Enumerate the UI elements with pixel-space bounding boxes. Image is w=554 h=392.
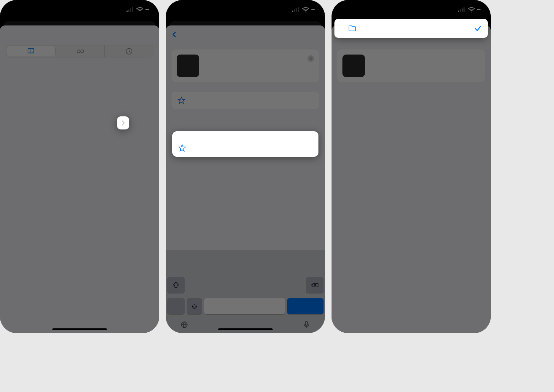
check-icon xyxy=(474,24,482,32)
highlight-location[interactable] xyxy=(172,131,318,157)
location-row[interactable] xyxy=(172,92,319,109)
keyboard-done-key[interactable] xyxy=(287,298,324,314)
wifi-icon xyxy=(136,6,143,13)
chevron-right-icon xyxy=(119,119,127,127)
battery-level xyxy=(477,9,481,10)
battery-level xyxy=(145,9,149,10)
battery-level xyxy=(311,9,315,10)
section-label xyxy=(172,131,318,139)
mic-icon[interactable] xyxy=(302,320,310,329)
wifi-icon xyxy=(302,6,309,13)
home-indicator xyxy=(218,328,273,330)
status-bar xyxy=(332,0,491,19)
backspace-key[interactable] xyxy=(306,277,324,293)
phone-screen-3 xyxy=(332,0,491,333)
location-list xyxy=(172,92,319,109)
emoji-key[interactable]: ☺ xyxy=(187,298,202,314)
bookmark-thumb xyxy=(342,55,365,77)
star-icon xyxy=(177,96,186,104)
bookmark-thumb xyxy=(177,55,199,77)
highlight-edit-chevron[interactable] xyxy=(117,116,129,129)
keyboard[interactable]: ☺ xyxy=(166,250,325,333)
bookmarks-tabs[interactable] xyxy=(6,45,153,57)
phone-screen-1 xyxy=(0,0,159,333)
bookmark-card: ✕ xyxy=(172,49,319,82)
shift-key[interactable] xyxy=(167,277,185,293)
highlight-releases-row[interactable] xyxy=(334,19,488,38)
numbers-key[interactable] xyxy=(167,298,185,314)
nav-bar xyxy=(0,25,159,44)
tab-history[interactable] xyxy=(105,45,153,57)
clear-button[interactable]: ✕ xyxy=(308,55,314,62)
star-icon xyxy=(178,144,187,152)
signal-icon xyxy=(127,7,134,12)
bookmark-card xyxy=(337,49,485,82)
signal-icon xyxy=(292,7,300,12)
back-button[interactable] xyxy=(170,31,177,39)
space-key[interactable] xyxy=(204,298,285,314)
globe-icon[interactable] xyxy=(180,321,190,329)
phone-screen-2: ✕ xyxy=(166,0,325,333)
nav-bar xyxy=(166,25,325,44)
signal-icon xyxy=(458,7,465,12)
tab-reading-list[interactable] xyxy=(56,45,105,57)
tab-bookmarks[interactable] xyxy=(7,46,56,56)
folder-icon xyxy=(348,25,357,32)
home-indicator xyxy=(52,328,107,330)
keyboard-suggestions[interactable] xyxy=(166,250,325,268)
wifi-icon xyxy=(467,6,475,13)
bottom-toolbar xyxy=(0,308,159,327)
status-bar xyxy=(0,0,159,19)
chevron-left-icon xyxy=(170,31,177,39)
status-bar xyxy=(166,0,325,19)
